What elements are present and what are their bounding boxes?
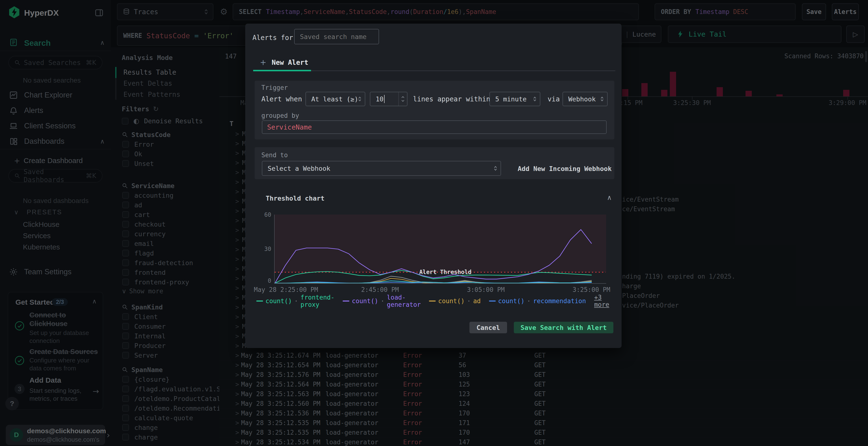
app-root: HyperDX Search ∧ Saved Searches ⌘K No sa… [0,0,868,446]
alert-when-label: Alert when [261,95,302,103]
legend-swatch [489,301,496,302]
alert-threshold-label: Alert Threshold [419,269,472,275]
chevron-updown-icon [600,96,604,102]
legend-swatch [429,301,436,302]
legend-swatch [256,301,263,302]
chevron-up-icon[interactable] [401,96,405,99]
threshold-x-label: 3:05:00 PM [467,286,505,293]
tab-underline-active [253,70,311,71]
threshold-x-label: 2:45:00 PM [361,286,399,293]
channel-select[interactable]: Webhook [562,92,608,106]
window-select[interactable]: 5 minute [490,92,540,106]
plus-icon: + [260,58,267,67]
x-axis-line [274,283,606,284]
send-to-label: Send to [261,151,288,159]
threshold-number-input[interactable]: 10 [370,92,407,106]
grouped-by-input[interactable]: ServiceName [262,121,607,134]
legend-swatch [343,301,349,302]
y-tick-30: 30 [262,246,271,252]
save-search-with-alert-button[interactable]: Save Search with Alert [514,322,613,333]
trigger-label: Trigger [261,84,288,91]
chevron-down-icon[interactable] [401,99,405,102]
webhook-select[interactable]: Select a Webhook [262,161,501,176]
add-webhook-button[interactable]: Add New Incoming Webhook [518,165,612,172]
lines-appear-label: lines appear within [413,95,490,103]
chevron-updown-icon [533,96,537,102]
legend-item[interactable]: count()·ad [429,298,481,305]
tab-new-alert[interactable]: + New Alert [260,58,308,67]
chevron-updown-icon [493,165,498,172]
threshold-chart-label: Threshold chart [266,195,324,202]
legend-item[interactable]: count()·frontend-proxy [256,294,334,308]
threshold-x-label: 3:25:00 PM [572,286,611,293]
threshold-chart: Alert Threshold [274,214,606,284]
legend-item[interactable]: count()·load-generator [343,294,421,308]
legend-more-button[interactable]: +3 more [594,294,613,308]
condition-select[interactable]: At least (≥) [306,92,365,106]
chevron-updown-icon [358,96,362,102]
trigger-panel: Trigger Alert when At least (≥) 10 lines… [255,81,614,139]
text-cursor [384,95,384,103]
y-axis-line [274,214,275,284]
threshold-x-label: May 28 2:25:00 PM [254,286,318,293]
y-tick-0: 0 [262,277,271,284]
alert-modal: Alerts for + New Alert Trigger Alert whe… [245,24,622,348]
number-spinner[interactable] [398,92,407,106]
via-label: via [548,95,560,103]
chart-legend: count()·frontend-proxycount()·load-gener… [256,294,613,308]
send-to-panel: Send to Select a Webhook Add New Incomin… [255,147,614,179]
cancel-button[interactable]: Cancel [469,322,507,333]
saved-search-name-input[interactable] [294,29,379,44]
y-tick-60: 60 [262,211,271,218]
modal-title: Alerts for [252,34,293,42]
legend-item[interactable]: count()·recommendation [489,298,586,305]
grouped-by-label: grouped by [261,112,299,119]
collapse-chart-chevron-up-icon[interactable]: ∧ [607,194,612,202]
